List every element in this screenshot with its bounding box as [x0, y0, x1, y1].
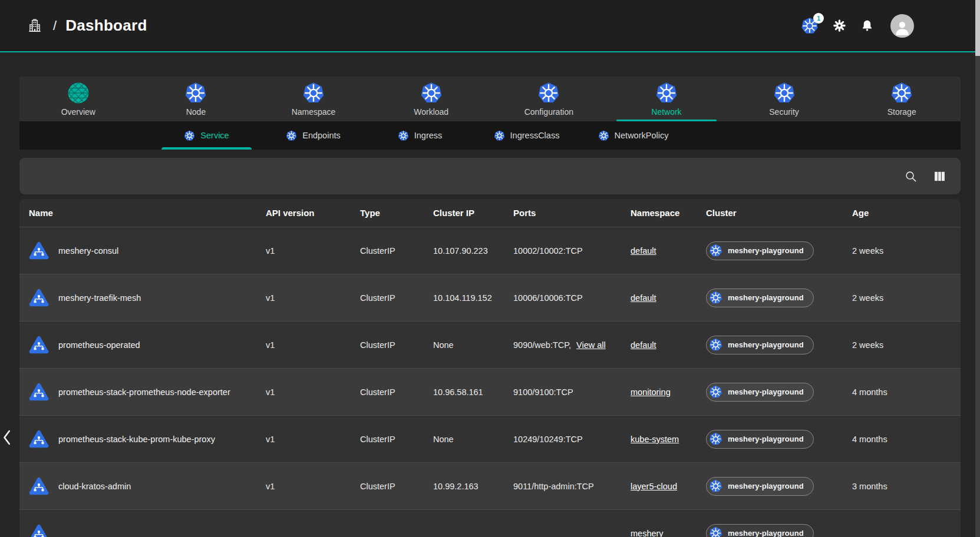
ports-value: 9090/web:TCP, — [513, 340, 571, 350]
kubernetes-icon — [709, 479, 722, 493]
column-header-name[interactable]: Name — [19, 208, 256, 218]
table-toolbar — [19, 158, 961, 194]
cell-namespace: default — [621, 293, 697, 303]
sub-tab[interactable]: Service — [153, 121, 260, 150]
sub-tab[interactable]: Endpoints — [260, 121, 367, 150]
column-header-ports[interactable]: Ports — [504, 208, 621, 218]
kubernetes-icon — [709, 338, 722, 352]
cell-cluster: meshery-playground — [697, 524, 843, 537]
cell-ports: 9011/http-admin:TCP — [504, 482, 621, 491]
cell-cluster: meshery-playground — [697, 477, 843, 496]
cluster-chip[interactable]: meshery-playground — [706, 383, 814, 402]
context-count-badge: 1 — [813, 13, 824, 24]
meshery-icon — [67, 82, 90, 104]
service-resource-icon — [29, 524, 49, 537]
cell-name: prometheus-stack-kube-prom-kube-proxy — [19, 430, 256, 448]
cell-type: ClusterIP — [351, 435, 424, 444]
kubernetes-icon — [890, 82, 913, 104]
accent-divider — [0, 51, 980, 52]
cell-api-version: v1 — [256, 387, 351, 397]
cell-type: ClusterIP — [351, 246, 424, 256]
cell-name — [19, 524, 256, 537]
kubernetes-icon — [537, 82, 560, 104]
main-tab[interactable]: Overview — [19, 77, 137, 121]
breadcrumb-separator: / — [53, 18, 57, 34]
table-row: prometheus-operated v1 ClusterIP None 90… — [19, 321, 961, 368]
cell-type: ClusterIP — [351, 387, 424, 397]
table-row: prometheus-stack-prometheus-node-exporte… — [19, 368, 961, 415]
cell-cluster: meshery-playground — [697, 289, 843, 307]
scrollbar-thumb[interactable] — [975, 0, 980, 56]
main-tab[interactable]: Namespace — [255, 77, 372, 121]
cell-cluster-ip: 10.99.2.163 — [424, 482, 504, 491]
cell-cluster-ip: None — [424, 435, 504, 444]
table-body: meshery-consul v1 ClusterIP 10.107.90.22… — [19, 227, 961, 537]
service-resource-icon — [29, 336, 49, 354]
main-tab[interactable]: Workload — [372, 77, 490, 121]
cluster-name: meshery-playground — [728, 482, 804, 490]
service-name: prometheus-operated — [58, 340, 140, 350]
sub-tab-label: NetworkPolicy — [615, 131, 669, 140]
namespace-link[interactable]: default — [631, 246, 656, 256]
sub-tab-label: Endpoints — [302, 131, 341, 140]
sub-tab-label: Service — [200, 131, 229, 140]
namespace-link[interactable]: meshery — [631, 529, 664, 537]
cell-cluster-ip: None — [424, 340, 504, 350]
cell-cluster-ip: 10.107.90.223 — [424, 246, 504, 256]
user-avatar[interactable] — [890, 14, 914, 38]
kubernetes-icon — [184, 130, 195, 141]
kubernetes-context-icon[interactable]: 1 — [801, 17, 819, 35]
column-header-namespace[interactable]: Namespace — [621, 208, 697, 218]
column-header-type[interactable]: Type — [351, 208, 424, 218]
organization-building-icon[interactable] — [27, 18, 42, 34]
notifications-bell-icon[interactable] — [860, 19, 874, 32]
column-header-cluster-ip[interactable]: Cluster IP — [424, 208, 504, 218]
search-icon[interactable] — [904, 170, 918, 183]
column-header-cluster[interactable]: Cluster — [697, 208, 843, 218]
settings-gear-icon[interactable] — [833, 19, 846, 32]
namespace-link[interactable]: layer5-cloud — [631, 482, 677, 491]
tab-label: Namespace — [292, 107, 336, 117]
cell-name: cloud-kratos-admin — [19, 477, 256, 495]
cluster-chip[interactable]: meshery-playground — [706, 336, 814, 354]
cell-namespace: layer5-cloud — [621, 482, 697, 491]
service-resource-icon — [29, 383, 49, 401]
cell-name: meshery-traefik-mesh — [19, 289, 256, 307]
cluster-chip[interactable]: meshery-playground — [706, 289, 814, 307]
app-header: / Dashboard 1 — [0, 0, 980, 51]
namespace-link[interactable]: monitoring — [631, 387, 671, 397]
kubernetes-icon — [286, 130, 297, 141]
namespace-link[interactable]: default — [631, 340, 656, 350]
tab-label: Node — [186, 107, 206, 117]
cell-api-version: v1 — [256, 246, 351, 256]
main-tab[interactable]: Configuration — [490, 77, 608, 121]
cluster-chip[interactable]: meshery-playground — [706, 430, 814, 449]
page-title: Dashboard — [65, 16, 147, 35]
dashboard-page: / Dashboard 1 Overview Node Namespace Wo… — [0, 0, 980, 537]
main-tab[interactable]: Security — [725, 77, 843, 121]
sidebar-collapse-chevron[interactable] — [1, 427, 14, 448]
column-header-age[interactable]: Age — [843, 208, 961, 218]
cluster-chip[interactable]: meshery-playground — [706, 524, 814, 537]
sub-tab[interactable]: IngressClass — [473, 121, 580, 150]
view-all-link[interactable]: View all — [576, 340, 606, 350]
main-tab[interactable]: Network — [608, 77, 725, 121]
kubernetes-icon — [655, 82, 678, 104]
cell-namespace: meshery — [621, 529, 697, 537]
namespace-link[interactable]: kube-system — [631, 435, 679, 444]
network-resource-subtabs: Service Endpoints Ingress IngressClass N… — [19, 121, 961, 150]
cluster-chip[interactable]: meshery-playground — [706, 477, 814, 496]
main-tab[interactable]: Storage — [843, 77, 961, 121]
cluster-chip[interactable]: meshery-playground — [706, 241, 814, 260]
cell-namespace: monitoring — [621, 387, 697, 397]
main-tab[interactable]: Node — [137, 77, 255, 121]
tab-label: Network — [651, 107, 681, 117]
view-columns-icon[interactable] — [933, 170, 946, 183]
sub-tab[interactable]: Ingress — [367, 121, 473, 150]
cell-age: 2 weeks — [843, 340, 961, 350]
namespace-link[interactable]: default — [631, 293, 656, 303]
ports-value: 9011/http-admin:TCP — [513, 482, 594, 491]
column-header-api-version[interactable]: API version — [256, 208, 351, 218]
sub-tab[interactable]: NetworkPolicy — [580, 121, 687, 150]
cell-api-version: v1 — [256, 293, 351, 303]
